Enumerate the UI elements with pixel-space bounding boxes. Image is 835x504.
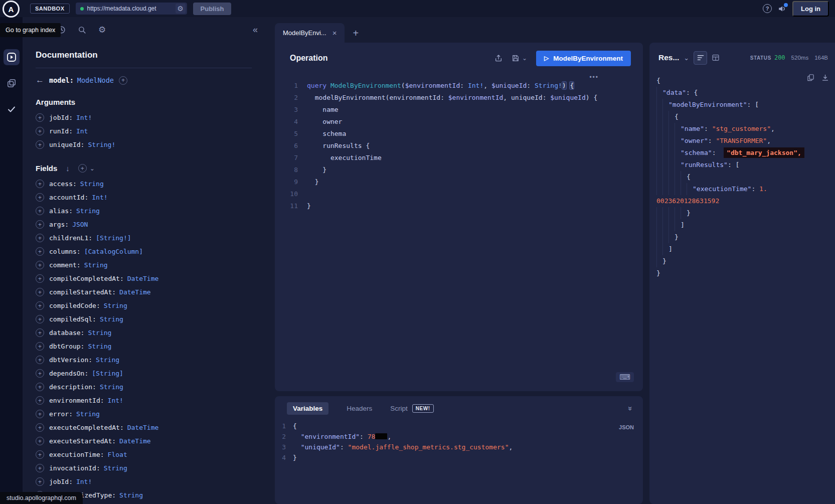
field-row[interactable]: + invocationId: String — [36, 461, 252, 475]
field-type[interactable]: Int! — [92, 194, 107, 201]
field-type[interactable]: DateTime — [127, 275, 159, 282]
add-field-button[interactable]: + — [36, 180, 44, 188]
field-type[interactable]: String — [104, 302, 127, 309]
field-row[interactable]: + comment: String — [36, 258, 252, 272]
field-row[interactable]: + compileCompletedAt: DateTime — [36, 272, 252, 285]
add-field-button[interactable]: + — [36, 288, 44, 296]
add-field-button[interactable]: + — [36, 477, 44, 486]
field-type[interactable]: String — [96, 356, 119, 364]
field-type[interactable]: [String] — [92, 370, 123, 377]
back-button[interactable]: ← — [36, 75, 44, 85]
sort-fields-button[interactable]: ↓ — [66, 164, 70, 173]
field-type[interactable]: String — [100, 315, 123, 323]
editor-options-button[interactable]: ••• — [589, 74, 599, 81]
add-field-button[interactable]: + — [36, 437, 44, 445]
tab-variables[interactable]: Variables — [287, 402, 328, 415]
keyboard-shortcuts-button[interactable]: ⌨ — [616, 372, 634, 382]
save-menu-chevron-icon[interactable]: ⌄ — [522, 55, 527, 62]
new-tab-button[interactable]: + — [353, 28, 359, 39]
field-type[interactable]: DateTime — [119, 288, 151, 296]
add-all-fields-button[interactable]: + ⌄ — [78, 164, 95, 173]
field-row[interactable]: + accountId: Int! — [36, 191, 252, 204]
add-field-button[interactable]: + — [36, 301, 44, 310]
argument-row[interactable]: + runId: Int — [36, 124, 252, 138]
search-button[interactable] — [78, 26, 86, 34]
login-button[interactable]: Log in — [792, 1, 829, 17]
field-type[interactable]: Float — [108, 451, 127, 458]
add-type-button[interactable]: + — [119, 76, 127, 85]
add-field-button[interactable]: + — [36, 193, 44, 202]
rail-collections-button[interactable] — [4, 75, 20, 91]
share-operation-button[interactable] — [494, 54, 503, 62]
field-type[interactable]: String — [84, 261, 108, 269]
add-field-button[interactable]: + — [36, 450, 44, 459]
field-row[interactable]: + dependsOn: [String] — [36, 367, 252, 380]
add-field-button[interactable]: + — [36, 383, 44, 391]
field-row[interactable]: + compiledCode: String — [36, 299, 252, 312]
collapse-docs-button[interactable]: « — [253, 25, 258, 35]
field-type[interactable]: String — [119, 491, 143, 499]
download-response-button[interactable] — [821, 74, 829, 84]
breadcrumb-type-name[interactable]: ModelNode — [77, 76, 114, 84]
add-field-button[interactable]: + — [36, 410, 44, 418]
field-type[interactable]: DateTime — [127, 424, 159, 431]
argument-type[interactable]: Int — [76, 127, 88, 135]
field-row[interactable]: + jobId: Int! — [36, 475, 252, 488]
field-type[interactable]: String — [80, 180, 104, 188]
add-field-button[interactable]: + — [36, 423, 44, 432]
add-field-button[interactable]: + — [36, 234, 44, 242]
add-field-button[interactable]: + — [36, 207, 44, 215]
field-row[interactable]: + environmentId: Int! — [36, 394, 252, 407]
add-field-button[interactable]: + — [36, 247, 44, 256]
add-field-button[interactable]: + — [36, 274, 44, 283]
graph-endpoint-input[interactable]: https://metadata.cloud.get ⚙ — [76, 3, 187, 15]
save-operation-button[interactable]: ⌄ — [512, 54, 527, 62]
field-type[interactable]: [CatalogColumn] — [84, 248, 143, 255]
add-argument-button[interactable]: + — [36, 140, 44, 149]
field-type[interactable]: Int! — [108, 397, 123, 404]
field-row[interactable]: + columns: [CatalogColumn] — [36, 245, 252, 258]
field-row[interactable]: + executeStartedAt: DateTime — [36, 434, 252, 448]
rail-checklist-button[interactable] — [4, 101, 20, 117]
announcements-button[interactable] — [778, 5, 786, 13]
field-type[interactable]: String — [76, 207, 100, 215]
field-row[interactable]: + alias: String — [36, 204, 252, 218]
add-argument-button[interactable]: + — [36, 113, 44, 122]
apollo-logo[interactable]: A — [3, 1, 20, 18]
field-row[interactable]: + error: String — [36, 407, 252, 421]
add-field-button[interactable]: + — [36, 369, 44, 378]
run-operation-button[interactable]: ▷ ModelByEnvironment — [536, 51, 631, 66]
field-type[interactable]: Int! — [76, 478, 92, 485]
field-row[interactable]: + childrenL1: [String!] — [36, 231, 252, 245]
argument-row[interactable]: + jobId: Int! — [36, 111, 252, 124]
variables-editor[interactable]: 1{2 "environmentId": 78,3 "uniqueId": "m… — [275, 415, 643, 463]
close-tab-button[interactable]: × — [332, 29, 337, 37]
settings-button[interactable]: ⚙ — [98, 25, 106, 35]
field-row[interactable]: + description: String — [36, 380, 252, 394]
field-type[interactable]: String — [88, 329, 111, 337]
rail-explorer-button[interactable] — [4, 49, 20, 65]
field-row[interactable]: + dbtVersion: String — [36, 353, 252, 367]
add-field-button[interactable]: + — [36, 342, 44, 351]
operation-tab[interactable]: ModelByEnvi... × — [275, 23, 345, 43]
argument-row[interactable]: + uniqueId: String! — [36, 138, 252, 151]
field-type[interactable]: String — [104, 464, 127, 472]
operation-editor[interactable]: 1query ModelByEnvironment($environmentId… — [275, 74, 643, 212]
response-menu-button[interactable]: ⌄ — [684, 54, 689, 62]
copy-response-button[interactable] — [807, 74, 814, 84]
collapse-variables-button[interactable]: « — [627, 404, 631, 413]
field-row[interactable]: + compiledSql: String — [36, 312, 252, 326]
field-type[interactable]: [String!] — [96, 234, 131, 242]
field-row[interactable]: + compileStartedAt: DateTime — [36, 285, 252, 299]
help-button[interactable]: ? — [763, 4, 772, 13]
add-field-button[interactable]: + — [36, 356, 44, 364]
field-type[interactable]: DateTime — [119, 437, 151, 445]
field-row[interactable]: + executionTime: Float — [36, 448, 252, 461]
add-argument-button[interactable]: + — [36, 127, 44, 135]
tab-headers[interactable]: Headers — [341, 402, 378, 415]
field-row[interactable]: + executeCompletedAt: DateTime — [36, 421, 252, 434]
add-field-button[interactable]: + — [36, 396, 44, 405]
field-row[interactable]: + args: JSON — [36, 218, 252, 231]
add-field-button[interactable]: + — [36, 261, 44, 269]
add-field-button[interactable]: + — [36, 464, 44, 472]
